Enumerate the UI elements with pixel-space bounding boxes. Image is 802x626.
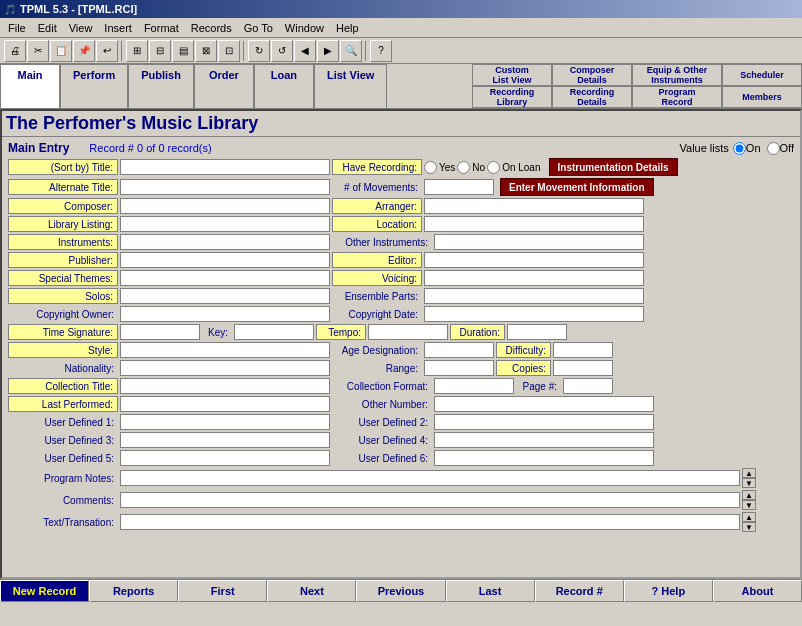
tab-recording-details[interactable]: RecordingDetails — [552, 86, 632, 108]
toolbar-btn13[interactable]: ▶ — [317, 40, 339, 62]
tab-publish[interactable]: Publish — [128, 64, 194, 108]
comments-input[interactable] — [120, 492, 740, 508]
about-btn[interactable]: About — [713, 580, 802, 602]
copies-input[interactable] — [553, 360, 613, 376]
previous-btn[interactable]: Previous — [356, 580, 445, 602]
first-btn[interactable]: First — [178, 580, 267, 602]
tempo-input[interactable] — [368, 324, 448, 340]
scrollbar-text[interactable]: ▲ ▼ — [742, 512, 756, 532]
menu-edit[interactable]: Edit — [32, 20, 63, 36]
value-list-off-radio[interactable] — [767, 142, 780, 155]
toolbar-btn7[interactable]: ▤ — [172, 40, 194, 62]
enter-movement-btn[interactable]: Enter Movement Information — [500, 178, 654, 196]
value-list-on-radio[interactable] — [733, 142, 746, 155]
other-number-input[interactable] — [434, 396, 654, 412]
program-notes-input[interactable] — [120, 470, 740, 486]
menu-file[interactable]: File — [2, 20, 32, 36]
menu-insert[interactable]: Insert — [98, 20, 138, 36]
other-instruments-input[interactable] — [434, 234, 644, 250]
menu-goto[interactable]: Go To — [238, 20, 279, 36]
arranger-input[interactable] — [424, 198, 644, 214]
tab-perform[interactable]: Perform — [60, 64, 128, 108]
tab-custom-list-view[interactable]: CustomList View — [472, 64, 552, 86]
menu-format[interactable]: Format — [138, 20, 185, 36]
last-performed-input[interactable] — [120, 396, 330, 412]
voicing-input[interactable] — [424, 270, 644, 286]
duration-input[interactable] — [507, 324, 567, 340]
toolbar-btn5[interactable]: ⊞ — [126, 40, 148, 62]
solos-input[interactable] — [120, 288, 330, 304]
toolbar-copy[interactable]: 📋 — [50, 40, 72, 62]
record-hash-btn[interactable]: Record # — [535, 580, 624, 602]
tab-main[interactable]: Main — [0, 64, 60, 108]
style-input[interactable] — [120, 342, 330, 358]
user-def-5-input[interactable] — [120, 450, 330, 466]
menu-window[interactable]: Window — [279, 20, 330, 36]
page-hash-label: Page #: — [516, 378, 561, 394]
alt-title-input[interactable] — [120, 179, 330, 195]
user-def-4-input[interactable] — [434, 432, 654, 448]
tab-program-record[interactable]: ProgramRecord — [632, 86, 722, 108]
collection-title-input[interactable] — [120, 378, 330, 394]
menu-help[interactable]: Help — [330, 20, 365, 36]
nationality-input[interactable] — [120, 360, 330, 376]
help-btn[interactable]: ? Help — [624, 580, 713, 602]
toolbar-btn10[interactable]: ↻ — [248, 40, 270, 62]
num-movements-input[interactable] — [424, 179, 494, 195]
key-input[interactable] — [234, 324, 314, 340]
location-input[interactable] — [424, 216, 644, 232]
toolbar-print[interactable]: 🖨 — [4, 40, 26, 62]
user-def-1-input[interactable] — [120, 414, 330, 430]
toolbar-cut[interactable]: ✂ — [27, 40, 49, 62]
toolbar-paste[interactable]: 📌 — [73, 40, 95, 62]
menu-records[interactable]: Records — [185, 20, 238, 36]
scrollbar-comments[interactable]: ▲ ▼ — [742, 490, 756, 510]
library-listing-input[interactable] — [120, 216, 330, 232]
time-sig-input[interactable] — [120, 324, 200, 340]
publisher-input[interactable] — [120, 252, 330, 268]
toolbar-btn14[interactable]: 🔍 — [340, 40, 362, 62]
ensemble-parts-input[interactable] — [424, 288, 644, 304]
tab-listview[interactable]: List View — [314, 64, 387, 108]
toolbar-btn12[interactable]: ◀ — [294, 40, 316, 62]
tab-members[interactable]: Members — [722, 86, 802, 108]
next-btn[interactable]: Next — [267, 580, 356, 602]
copyright-date-input[interactable] — [424, 306, 644, 322]
toolbar-btn6[interactable]: ⊟ — [149, 40, 171, 62]
reports-btn[interactable]: Reports — [89, 580, 178, 602]
tab-loan[interactable]: Loan — [254, 64, 314, 108]
last-btn[interactable]: Last — [446, 580, 535, 602]
tab-order[interactable]: Order — [194, 64, 254, 108]
page-hash-input[interactable] — [563, 378, 613, 394]
user-def-3-input[interactable] — [120, 432, 330, 448]
scrollbar-program-up[interactable]: ▲ ▼ — [742, 468, 756, 488]
range-input[interactable] — [424, 360, 494, 376]
toolbar-undo[interactable]: ↩ — [96, 40, 118, 62]
collection-format-input[interactable] — [434, 378, 514, 394]
instruments-input[interactable] — [120, 234, 330, 250]
copyright-owner-input[interactable] — [120, 306, 330, 322]
tab-recording-library[interactable]: RecordingLibrary — [472, 86, 552, 108]
difficulty-input[interactable] — [553, 342, 613, 358]
toolbar-btn8[interactable]: ⊠ — [195, 40, 217, 62]
instrumentation-details-btn[interactable]: Instrumentation Details — [549, 158, 678, 176]
have-rec-yes[interactable] — [424, 161, 437, 174]
user-def-6-input[interactable] — [434, 450, 654, 466]
toolbar-btn11[interactable]: ↺ — [271, 40, 293, 62]
age-desig-input[interactable] — [424, 342, 494, 358]
menu-view[interactable]: View — [63, 20, 99, 36]
have-rec-loan[interactable] — [487, 161, 500, 174]
user-def-2-input[interactable] — [434, 414, 654, 430]
tab-equip-other[interactable]: Equip & OtherInstruments — [632, 64, 722, 86]
special-themes-input[interactable] — [120, 270, 330, 286]
toolbar-help[interactable]: ? — [370, 40, 392, 62]
composer-input[interactable] — [120, 198, 330, 214]
text-transation-input[interactable] — [120, 514, 740, 530]
tab-scheduler[interactable]: Scheduler — [722, 64, 802, 86]
tab-composer-details[interactable]: ComposerDetails — [552, 64, 632, 86]
have-rec-no[interactable] — [457, 161, 470, 174]
toolbar-btn9[interactable]: ⊡ — [218, 40, 240, 62]
sort-title-input[interactable] — [120, 159, 330, 175]
new-record-btn[interactable]: New Record — [0, 580, 89, 602]
editor-input[interactable] — [424, 252, 644, 268]
